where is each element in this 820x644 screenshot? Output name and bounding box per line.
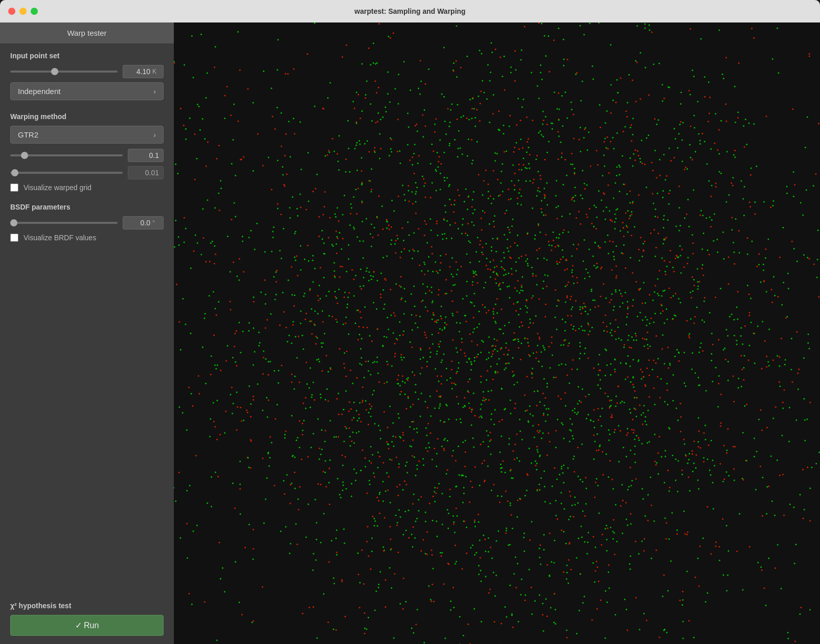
chevron-right-icon-2: › <box>153 131 156 139</box>
point-count-unit: K <box>152 68 156 75</box>
param2-slider[interactable] <box>10 172 123 174</box>
left-panel: Warp tester Input point set 4.10 K Indep… <box>0 22 174 644</box>
param1-slider-row: 0.1 <box>10 149 164 162</box>
point-count-input[interactable]: 4.10 <box>127 67 150 76</box>
param1-input[interactable]: 0.1 <box>128 149 164 162</box>
main-content: Warp tester Input point set 4.10 K Indep… <box>0 22 820 644</box>
visualize-warped-grid-checkbox[interactable] <box>10 183 18 192</box>
warping-method-value: GTR2 <box>18 130 38 139</box>
bsdf-slider[interactable] <box>10 222 118 224</box>
param2-slider-row: 0.01 <box>10 166 164 179</box>
chevron-right-icon: › <box>153 87 156 96</box>
run-button[interactable]: ✓ Run <box>10 615 164 636</box>
bsdf-input[interactable]: 0.0 <box>127 219 150 227</box>
window-controls <box>8 8 38 15</box>
input-method-label: Independent <box>18 87 60 96</box>
minimize-button[interactable] <box>19 8 27 15</box>
canvas-area <box>174 22 820 644</box>
bsdf-slider-row: 0.0 ° <box>10 216 164 229</box>
chi-section: χ² hypothesis test ✓ Run <box>10 599 164 636</box>
close-button[interactable] <box>8 8 15 15</box>
titlebar: warptest: Sampling and Warping <box>0 0 820 22</box>
point-count-slider-row: 4.10 K <box>10 65 164 78</box>
visualize-warped-grid-label: Visualize warped grid <box>24 183 92 192</box>
input-point-set-label: Input point set <box>10 52 164 60</box>
input-method-dropdown[interactable]: Independent › <box>10 82 164 100</box>
warping-method-dropdown[interactable]: GTR2 › <box>10 126 164 144</box>
bsdf-params-label: BSDF parameters <box>10 203 164 211</box>
maximize-button[interactable] <box>31 8 38 15</box>
visualize-brdf-row: Visualize BRDF values <box>10 234 164 242</box>
bsdf-input-wrapper: 0.0 ° <box>123 216 164 229</box>
visualize-brdf-checkbox[interactable] <box>10 234 18 242</box>
param2-input: 0.01 <box>128 166 164 179</box>
panel-header: Warp tester <box>0 22 174 43</box>
window-title: warptest: Sampling and Warping <box>354 7 465 15</box>
param1-slider[interactable] <box>10 154 123 156</box>
panel-body: Input point set 4.10 K Independent › War… <box>0 43 174 644</box>
visualize-brdf-label: Visualize BRDF values <box>24 234 96 242</box>
scatter-canvas <box>174 22 820 644</box>
chi-squared-text: χ² hypothesis test <box>10 602 71 610</box>
warping-method-label: Warping method <box>10 112 164 121</box>
bsdf-degree-unit: ° <box>152 219 155 226</box>
visualize-warped-grid-row: Visualize warped grid <box>10 183 164 192</box>
chi-label: χ² hypothesis test <box>10 602 164 610</box>
point-count-input-wrapper: 4.10 K <box>123 65 164 78</box>
point-count-slider[interactable] <box>10 71 118 73</box>
